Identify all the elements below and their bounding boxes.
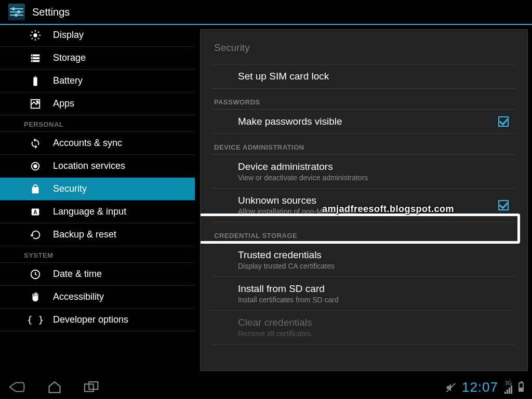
svg-point-16: [36, 101, 38, 102]
svg-point-12: [32, 55, 33, 56]
row-unknown-sources[interactable]: Unknown sources Allow installation of no…: [212, 189, 516, 222]
storage-icon: [29, 52, 42, 64]
row-title: Device administrators: [238, 161, 514, 172]
sidebar-item-label: Battery: [53, 75, 83, 86]
lock-icon: [29, 183, 42, 195]
row-subtitle: Display trusted CA certificates: [238, 262, 514, 270]
settings-sidebar: Sound Display Storage Battery: [0, 25, 195, 375]
svg-point-13: [32, 58, 33, 59]
system-bar: 12:07 3G: [0, 375, 532, 399]
nav-recents-button[interactable]: [83, 380, 101, 394]
checkbox-unknown-sources[interactable]: [498, 200, 509, 210]
location-icon: [29, 160, 42, 172]
clock-icon: [29, 268, 42, 281]
svg-line-7: [32, 38, 33, 39]
sidebar-item-developer[interactable]: { } Developer options: [0, 309, 195, 331]
row-title: Trusted credentials: [238, 249, 514, 261]
row-title: Clear credentials: [238, 317, 514, 328]
signal-icon: [504, 385, 512, 394]
sidebar-item-display[interactable]: Display: [0, 25, 195, 47]
row-trusted-credentials[interactable]: Trusted credentials Display trusted CA c…: [212, 243, 516, 277]
svg-line-5: [32, 31, 33, 32]
sidebar-item-accessibility[interactable]: Accessibility: [0, 286, 195, 309]
row-title: Set up SIM card lock: [238, 71, 514, 82]
row-device-administrators[interactable]: Device administrators View or deactivate…: [212, 155, 516, 189]
sidebar-item-storage[interactable]: Storage: [0, 47, 195, 70]
row-subtitle: Allow installation of non-Market apps: [238, 207, 498, 216]
svg-point-18: [34, 165, 37, 168]
svg-line-8: [38, 31, 39, 32]
svg-text:A: A: [33, 209, 37, 215]
row-install-from-sd[interactable]: Install from SD card Install certificate…: [212, 277, 516, 311]
statusbar-clock[interactable]: 12:07: [462, 379, 498, 395]
sync-icon: [29, 137, 42, 150]
section-passwords: PASSWORDS: [212, 89, 516, 110]
nav-back-button[interactable]: [8, 380, 26, 394]
row-subtitle: View or deactivate device administrators: [238, 174, 514, 182]
battery-status-icon: [518, 382, 524, 392]
row-subtitle: Remove all certificates: [238, 329, 514, 338]
row-subtitle: Install certificates from SD card: [238, 296, 514, 304]
language-icon: A: [29, 206, 42, 218]
sidebar-item-location[interactable]: Location services: [0, 155, 195, 178]
actionbar: Settings: [0, 0, 532, 25]
sidebar-item-label: Language & input: [53, 206, 126, 217]
svg-line-6: [38, 38, 39, 39]
row-title: Make passwords visible: [238, 116, 498, 127]
sidebar-item-label: Security: [53, 183, 87, 194]
sidebar-item-label: Accounts & sync: [53, 138, 122, 149]
settings-app-icon: [8, 4, 25, 20]
braces-icon: { }: [29, 314, 42, 326]
sidebar-item-accounts[interactable]: Accounts & sync: [0, 132, 195, 155]
row-sim-card-lock[interactable]: Set up SIM card lock: [212, 64, 516, 89]
row-title: Install from SD card: [238, 283, 514, 295]
section-credential-storage: CREDENTIAL STORAGE: [212, 222, 516, 243]
sidebar-item-security[interactable]: Security: [0, 178, 195, 201]
backup-icon: [29, 229, 42, 241]
actionbar-title: Settings: [32, 6, 70, 18]
sidebar-item-datetime[interactable]: Date & time: [0, 263, 195, 286]
detail-page-title: Security: [212, 38, 516, 64]
row-make-passwords-visible[interactable]: Make passwords visible: [212, 110, 516, 134]
brightness-icon: [29, 29, 42, 42]
hand-icon: [29, 291, 42, 303]
sidebar-category-system: SYSTEM: [0, 246, 195, 263]
sidebar-item-label: Date & time: [53, 269, 102, 280]
detail-wrap: Security Set up SIM card lock PASSWORDS …: [195, 25, 532, 375]
battery-icon: [29, 75, 42, 87]
security-detail-pane: Security Set up SIM card lock PASSWORDS …: [200, 29, 528, 371]
sidebar-item-label: Backup & reset: [53, 229, 116, 240]
sidebar-item-label: Location services: [53, 161, 125, 171]
settings-body: Sound Display Storage Battery: [0, 25, 532, 375]
row-clear-credentials: Clear credentials Remove all certificate…: [212, 311, 516, 344]
apps-icon: [29, 98, 42, 110]
checkbox-passwords-visible[interactable]: [498, 116, 509, 127]
network-type-label: 3G: [505, 381, 512, 385]
sidebar-item-label: Accessibility: [53, 291, 104, 302]
sidebar-item-label: Developer options: [53, 314, 128, 325]
sidebar-item-backup[interactable]: Backup & reset: [0, 223, 195, 246]
sidebar-item-label: Storage: [53, 52, 86, 63]
sidebar-item-apps[interactable]: Apps: [0, 92, 195, 115]
silent-mode-icon[interactable]: [445, 382, 456, 392]
section-device-admin: DEVICE ADMINISTRATION: [212, 134, 516, 155]
row-title: Unknown sources: [238, 195, 498, 206]
sidebar-item-label: Display: [53, 30, 84, 41]
nav-home-button[interactable]: [47, 380, 62, 394]
svg-point-14: [32, 60, 33, 61]
svg-point-0: [33, 33, 37, 37]
sidebar-category-personal: PERSONAL: [0, 115, 195, 132]
sidebar-item-language[interactable]: A Language & input: [0, 201, 195, 223]
sidebar-item-battery[interactable]: Battery: [0, 70, 195, 92]
sidebar-item-label: Apps: [53, 98, 74, 109]
